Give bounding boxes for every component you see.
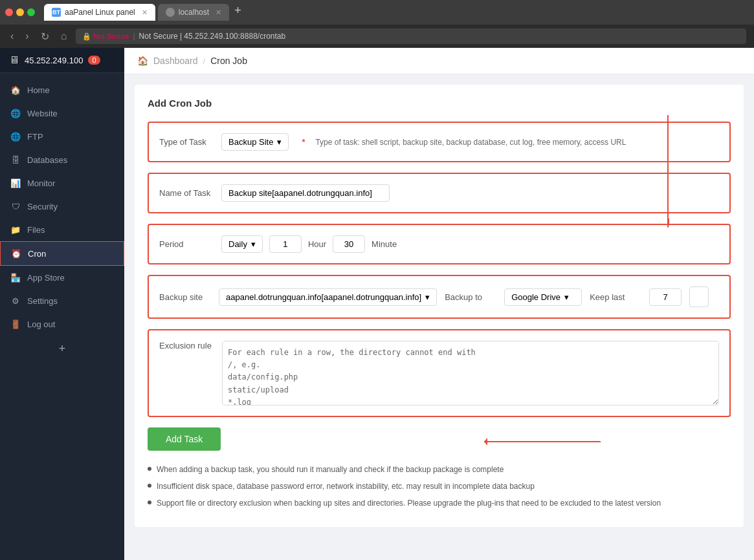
sidebar-item-ftp[interactable]: 🌐 FTP [0, 125, 124, 148]
sidebar-item-databases[interactable]: 🗄 Databases [0, 148, 124, 171]
address-input-container[interactable]: 🔒 Not Secure | Not Secure | 45.252.249.1… [76, 28, 746, 44]
sidebar-item-monitor[interactable]: 📊 Monitor [0, 171, 124, 195]
sidebar-item-label: Cron [28, 249, 46, 259]
period-row: Daily ▾ Hour Minute [221, 235, 397, 253]
sidebar-item-label: Monitor [27, 178, 55, 188]
tab-label-localhost: localhost [179, 8, 209, 17]
sidebar-item-website[interactable]: 🌐 Website [0, 102, 124, 125]
databases-icon: 🗄 [10, 155, 21, 165]
settings-icon: ⚙ [10, 296, 21, 306]
period-label: Period [159, 239, 211, 249]
refresh-button[interactable]: ↻ [38, 29, 52, 44]
name-of-task-input[interactable] [221, 184, 390, 202]
type-of-task-dropdown-icon: ▾ [277, 137, 282, 147]
backup-to-select[interactable]: Google Drive ▾ [504, 288, 582, 306]
forward-button[interactable]: › [23, 29, 31, 43]
breadcrumb: 🏠 Dashboard / Cron Job [124, 48, 754, 74]
logout-icon: 🚪 [10, 319, 21, 329]
sidebar-item-security[interactable]: 🛡 Security [0, 195, 124, 218]
back-button[interactable]: ‹ [8, 29, 16, 43]
button-arrow-decoration [484, 434, 614, 449]
close-dot[interactable] [5, 8, 13, 16]
maximize-dot[interactable] [27, 8, 35, 16]
sidebar-item-label: Website [27, 109, 58, 118]
required-indicator: * [302, 137, 305, 147]
form-card: Add Cron Job Type of Task Backup Site ▾ … [135, 85, 744, 527]
breadcrumb-dashboard[interactable]: Dashboard [153, 56, 198, 66]
url-text: Not Secure | 45.252.249.100:8888/crontab [139, 32, 286, 41]
new-tab-button[interactable]: + [234, 4, 241, 21]
tab-close-aapanel[interactable]: ✕ [142, 8, 148, 17]
notes-section: When adding a backup task, you should ru… [148, 464, 731, 509]
backup-to-label: Backup to [445, 292, 496, 302]
backup-to-dropdown-icon: ▾ [564, 292, 569, 302]
type-of-task-select[interactable]: Backup Site ▾ [221, 133, 289, 151]
note-item-3: Support file or directory exclusion when… [148, 497, 731, 509]
minimize-dot[interactable] [16, 8, 24, 16]
ftp-icon: 🌐 [10, 131, 21, 142]
name-of-task-section: Name of Task [148, 173, 731, 213]
sidebar-item-files[interactable]: 📁 Files [0, 218, 124, 241]
svg-marker-3 [484, 438, 487, 446]
browser-dots [5, 8, 35, 16]
name-of-task-label: Name of Task [159, 188, 211, 198]
form-wrapper: Type of Task Backup Site ▾ * Type of tas… [148, 122, 731, 417]
sidebar-item-logout[interactable]: 🚪 Log out [0, 312, 124, 336]
sidebar-item-label: FTP [27, 132, 43, 142]
sidebar-header: 🖥 45.252.249.100 0 [0, 48, 124, 73]
home-icon: 🏠 [10, 85, 21, 95]
tab-aapanel[interactable]: BT aaPanel Linux panel ✕ [44, 4, 155, 21]
exclusion-rule-label: Exclusion rule [159, 341, 212, 405]
note-item-2: Insufficient disk space, database passwo… [148, 480, 731, 492]
appstore-icon: 🏪 [10, 272, 21, 283]
website-icon: 🌐 [10, 108, 21, 118]
type-of-task-section: Type of Task Backup Site ▾ * Type of tas… [148, 122, 731, 162]
sidebar-item-label: Databases [27, 155, 67, 165]
period-dropdown-icon: ▾ [251, 239, 256, 249]
period-hour-label: Hour [308, 239, 326, 249]
keep-last-label: Keep last [590, 292, 641, 302]
app-container: 🖥 45.252.249.100 0 🏠 Home 🌐 Website 🌐 FT… [0, 48, 754, 560]
backup-site-section: Backup site aapanel.dotrungquan.info[aap… [148, 275, 731, 319]
add-task-container: Add Task [148, 427, 731, 451]
period-minute-label: Minute [371, 239, 397, 249]
sidebar-server-name: 45.252.249.100 [25, 56, 83, 65]
sidebar-item-cron[interactable]: ⏰ Cron [0, 241, 124, 266]
home-button[interactable]: ⌂ [58, 29, 70, 43]
note-item-1: When adding a backup task, you should ru… [148, 464, 731, 475]
backup-site-select[interactable]: aapanel.dotrungquan.info[aapanel.dotrung… [219, 288, 437, 306]
sidebar-nav: 🏠 Home 🌐 Website 🌐 FTP 🗄 Databases 📊 Mon… [0, 73, 124, 560]
period-hour-num-input[interactable] [269, 235, 302, 253]
tab-icon-aapanel: BT [52, 8, 61, 17]
sidebar-item-home[interactable]: 🏠 Home [0, 78, 124, 102]
backup-site-dropdown-icon: ▾ [425, 292, 430, 302]
period-select[interactable]: Daily ▾ [221, 235, 263, 253]
add-task-button[interactable]: Add Task [148, 427, 221, 451]
sidebar-notification-badge: 0 [88, 56, 100, 65]
security-icon: 🛡 [10, 201, 21, 211]
sidebar-item-label: Settings [27, 296, 58, 306]
backup-row: Backup site aapanel.dotrungquan.info[aap… [159, 286, 709, 307]
exclusion-rule-textarea[interactable]: For each rule in a row, the directory ca… [222, 341, 719, 405]
files-icon: 📁 [10, 224, 21, 235]
main-content: 🏠 Dashboard / Cron Job Add Cron Job Type… [124, 48, 754, 560]
sidebar-item-label: App Store [27, 273, 65, 283]
tab-localhost[interactable]: localhost ✕ [158, 4, 229, 21]
sidebar-item-settings[interactable]: ⚙ Settings [0, 289, 124, 312]
tab-close-localhost[interactable]: ✕ [216, 8, 221, 17]
breadcrumb-home: 🏠 [137, 56, 148, 66]
sidebar-item-appstore[interactable]: 🏪 App Store [0, 266, 124, 289]
backup-to-value: Google Drive [511, 292, 560, 302]
type-of-task-value: Backup Site [228, 137, 273, 147]
form-title: Add Cron Job [148, 98, 731, 109]
keep-last-input[interactable] [649, 288, 682, 306]
period-value: Daily [228, 239, 247, 249]
sidebar-add-button[interactable]: + [0, 336, 124, 362]
backup-site-value: aapanel.dotrungquan.info[aapanel.dotrung… [226, 292, 421, 302]
period-minute-num-input[interactable] [333, 235, 365, 253]
type-of-task-hint: Type of task: shell script, backup site,… [315, 138, 719, 147]
sidebar-item-label: Security [27, 202, 58, 211]
note-bullet-3 [148, 501, 151, 504]
note-text-2: Insufficient disk space, database passwo… [157, 480, 535, 492]
add-task-button-label: Add Task [166, 434, 203, 444]
